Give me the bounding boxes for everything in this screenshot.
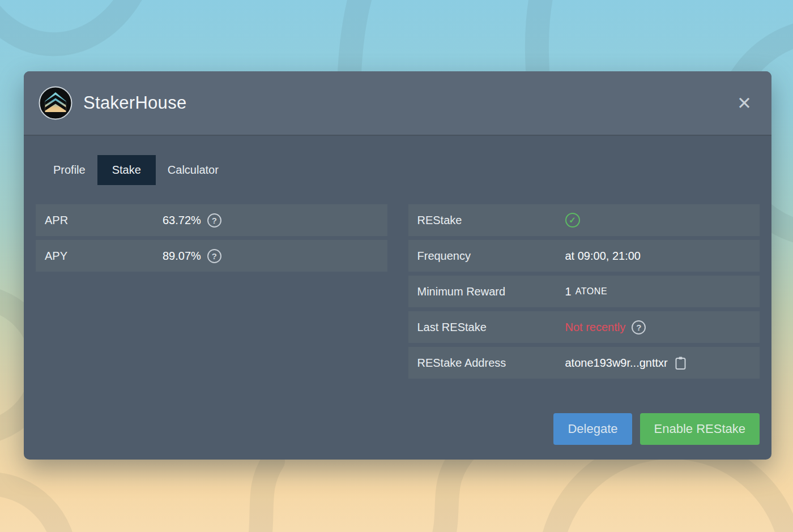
stakerhouse-modal: StakerHouse ✕ Profile Stake Calculator A… xyxy=(24,71,771,460)
minimum-reward-label: Minimum Reward xyxy=(417,285,565,298)
last-restake-value: Not recently xyxy=(565,321,626,334)
restake-address-value: atone193w9r...gnttxr xyxy=(565,357,668,370)
last-restake-label: Last REStake xyxy=(417,321,565,334)
apy-value: 89.07% xyxy=(163,250,201,263)
stake-content: APR 63.72% ? APY 89.07% ? xyxy=(36,204,760,379)
table-row-minimum-reward: Minimum Reward 1 ATONE xyxy=(408,276,760,307)
modal-title: StakerHouse xyxy=(83,93,187,113)
copy-address-icon[interactable] xyxy=(675,356,687,370)
desktop-background: StakerHouse ✕ Profile Stake Calculator A… xyxy=(0,0,793,532)
frequency-label: Frequency xyxy=(417,250,565,263)
tab-stake[interactable]: Stake xyxy=(97,155,156,185)
apr-value: 63.72% xyxy=(163,214,201,227)
frequency-value: at 09:00, 21:00 xyxy=(565,250,641,263)
check-circle-icon: ✓ xyxy=(565,213,580,228)
table-row-restake: REStake ✓ xyxy=(408,204,760,236)
table-row-apr: APR 63.72% ? xyxy=(36,204,387,236)
close-icon[interactable]: ✕ xyxy=(732,91,757,115)
apr-help-icon[interactable]: ? xyxy=(207,213,221,228)
modal-header: StakerHouse ✕ xyxy=(24,71,771,136)
apy-help-icon[interactable]: ? xyxy=(207,249,221,263)
tab-calculator[interactable]: Calculator xyxy=(156,155,231,185)
table-row-last-restake: Last REStake Not recently ? xyxy=(408,311,760,343)
apy-label: APY xyxy=(45,250,163,263)
apr-label: APR xyxy=(45,214,163,227)
last-restake-help-icon[interactable]: ? xyxy=(632,320,646,334)
table-row-restake-address: REStake Address atone193w9r...gnttxr xyxy=(408,347,760,379)
tab-bar: Profile Stake Calculator xyxy=(41,155,760,185)
restake-table: REStake ✓ Frequency at 09:00, 21:00 Mini… xyxy=(408,204,760,379)
table-row-apy: APY 89.07% ? xyxy=(36,240,387,272)
stakerhouse-logo-icon xyxy=(39,86,73,120)
table-row-frequency: Frequency at 09:00, 21:00 xyxy=(408,240,760,272)
minimum-reward-unit: ATONE xyxy=(575,286,608,297)
apr-apy-table: APR 63.72% ? APY 89.07% ? xyxy=(36,204,387,272)
delegate-button[interactable]: Delegate xyxy=(553,413,632,445)
minimum-reward-value: 1 xyxy=(565,285,572,298)
modal-body: Profile Stake Calculator APR 63.72% ? AP… xyxy=(24,136,771,457)
restake-address-label: REStake Address xyxy=(417,357,565,370)
tab-profile[interactable]: Profile xyxy=(41,155,97,185)
restake-label: REStake xyxy=(417,214,565,227)
action-button-row: Delegate Enable REStake xyxy=(36,413,760,445)
enable-restake-button[interactable]: Enable REStake xyxy=(640,413,760,445)
